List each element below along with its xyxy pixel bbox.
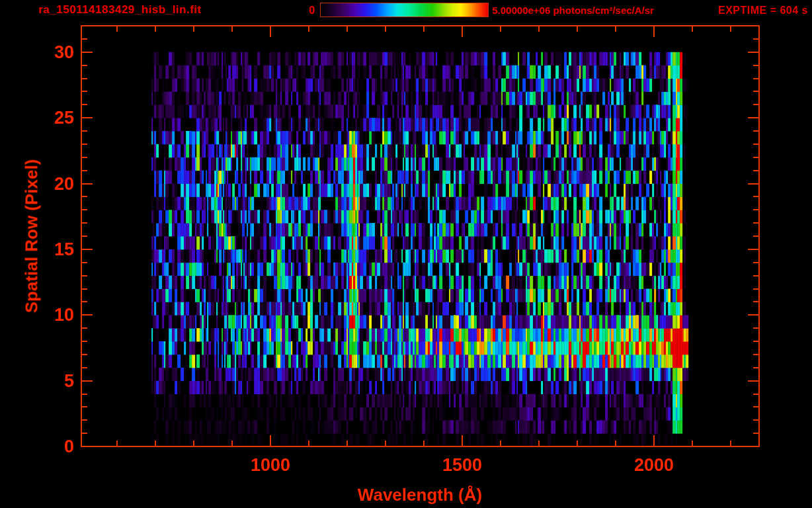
- y-tick-label: 25: [0, 108, 74, 128]
- x-tick-label: 1500: [442, 455, 482, 476]
- spectrogram-heatmap-canvas: [0, 0, 812, 508]
- y-tick-label: 0: [0, 437, 74, 457]
- y-tick-label: 20: [0, 173, 74, 194]
- y-tick-label: 10: [0, 305, 74, 325]
- x-tick-label: 2000: [634, 455, 674, 476]
- y-tick-label: 30: [0, 42, 74, 62]
- x-axis-label: Wavelength (Å): [358, 485, 482, 505]
- x-tick-label: 1000: [251, 455, 290, 476]
- y-tick-label: 15: [0, 239, 74, 259]
- y-tick-label: 5: [0, 370, 74, 391]
- spectrogram-viewer-window: ra_150114183429_hisb_lin.fit 0 5.00000e+…: [0, 0, 812, 508]
